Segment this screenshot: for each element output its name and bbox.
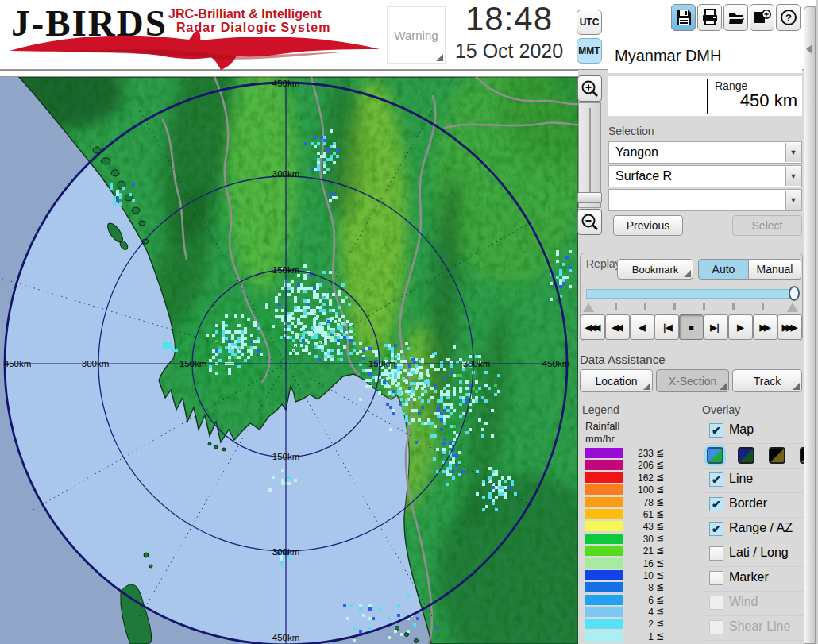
checkbox[interactable]	[709, 546, 723, 561]
overlay-label: Shear Line	[729, 619, 790, 634]
checkbox[interactable]	[709, 571, 723, 585]
overlay-rows: MapLineBorderRange / AZLati / LongMarker…	[702, 419, 804, 644]
logo-subtitle-1: JRC-Brilliant & Intelligent	[168, 7, 322, 21]
step-forward-button[interactable]: ▶❘	[704, 314, 728, 340]
play-button[interactable]: ▶	[728, 314, 753, 340]
play-backward-button[interactable]: ◀	[630, 314, 654, 340]
legend-row: 21≦	[585, 545, 673, 557]
step-back-button[interactable]: ❘◀	[654, 314, 679, 340]
checkbox[interactable]	[709, 522, 723, 536]
manual-button[interactable]: Manual	[749, 259, 801, 280]
range-ring-label: 150km	[368, 359, 396, 368]
overlay-item-range-az[interactable]: Range / AZ	[702, 518, 804, 542]
map-style-swatch-2[interactable]	[738, 447, 754, 464]
location-button[interactable]: Location	[580, 369, 653, 392]
save-button[interactable]	[671, 4, 696, 31]
checkbox[interactable]	[709, 472, 723, 487]
auto-button[interactable]: Auto	[698, 259, 749, 280]
legend-row: 61≦	[585, 508, 673, 520]
site-dropdown-value: Yangon	[615, 145, 658, 160]
legend-row: 16≦	[585, 557, 673, 569]
warning-button[interactable]: Warning	[387, 6, 446, 64]
print-button[interactable]	[697, 4, 722, 31]
forward-fast-button[interactable]: ▶▶▶	[777, 314, 802, 340]
mmt-button[interactable]: MMT	[577, 38, 602, 64]
help-icon: ?	[780, 9, 797, 26]
slider-end-marker[interactable]	[787, 303, 798, 312]
bookmark-button[interactable]: Bookmark	[617, 259, 693, 280]
legend-color-swatch	[585, 484, 623, 495]
legend-row: 10≦	[585, 569, 673, 581]
legend-lte-symbol: ≦	[656, 533, 664, 544]
checkbox	[709, 596, 723, 610]
toolbar: ?	[671, 4, 801, 31]
range-ring-label: 450km	[272, 633, 300, 642]
legend-lte-symbol: ≦	[656, 606, 664, 617]
checkbox[interactable]	[709, 497, 723, 511]
collapse-arrow-icon[interactable]	[806, 44, 812, 54]
legend-lte-symbol: ≦	[656, 569, 664, 580]
option-dropdown[interactable]: ▼	[608, 189, 802, 211]
xsection-label: X-Section	[669, 375, 717, 388]
previous-button[interactable]: Previous	[613, 215, 683, 236]
legend-color-swatch	[585, 448, 623, 458]
data-assistance-label: Data Assistance	[580, 353, 666, 366]
overlay-title: Overlay	[702, 403, 740, 416]
chevron-down-icon[interactable]: ▼	[785, 167, 801, 186]
map-style-swatch-1[interactable]	[707, 447, 723, 464]
zoom-slider-thumb[interactable]	[577, 192, 602, 203]
legend-value: 162	[625, 472, 654, 484]
overlay-label: Marker	[729, 570, 769, 584]
zoom-in-button[interactable]	[577, 75, 602, 102]
range-value: 450 km	[740, 91, 797, 111]
replay-slider-thumb[interactable]	[789, 286, 800, 301]
overlay-label: Line	[729, 472, 753, 486]
checkbox	[709, 620, 723, 634]
slider-start-marker[interactable]	[583, 303, 594, 312]
rewind-fast-button[interactable]: ◀◀◀	[581, 314, 605, 340]
stop-button[interactable]: ■	[679, 314, 704, 340]
site-dropdown[interactable]: Yangon ▼	[608, 141, 802, 164]
legend-row: 78≦	[585, 496, 673, 508]
help-button[interactable]: ?	[776, 4, 801, 31]
overlay-item-map[interactable]: Map	[702, 419, 804, 444]
radar-map[interactable]: 450km300km150km150km300km450km450km300km…	[0, 77, 578, 644]
zoom-out-button[interactable]	[577, 209, 602, 235]
legend-color-swatch	[585, 582, 623, 592]
track-button[interactable]: Track	[732, 369, 802, 392]
legend-value: 4	[625, 607, 654, 618]
chevron-down-icon[interactable]: ▼	[785, 143, 801, 162]
panel-splitter[interactable]	[804, 6, 816, 644]
save-icon	[675, 9, 693, 26]
utc-button[interactable]: UTC	[577, 10, 602, 35]
transport-controls: ◀◀◀◀◀◀❘◀■▶❘▶▶▶▶▶▶	[581, 314, 802, 340]
map-top-strip	[0, 70, 578, 77]
legend-lte-symbol: ≦	[656, 484, 664, 495]
forward-button[interactable]: ▶▶	[753, 314, 777, 340]
zoom-slider[interactable]	[578, 102, 601, 208]
legend-value: 16	[625, 558, 654, 569]
open-folder-button[interactable]	[723, 4, 748, 31]
eagle-logo-icon	[8, 32, 381, 70]
corner-menu-icon	[720, 383, 727, 390]
overlay-item-border[interactable]: Border	[702, 493, 804, 518]
selection-label: Selection	[608, 125, 654, 137]
range-box: Range 450 km	[608, 76, 802, 116]
legend-color-swatch	[585, 497, 623, 507]
station-box: Myanmar DMH	[608, 40, 802, 73]
legend-color-swatch	[585, 570, 623, 580]
chevron-down-icon[interactable]: ▼	[785, 191, 801, 210]
map-style-swatch-3[interactable]	[769, 447, 785, 464]
overlay-item-marker[interactable]: Marker	[702, 567, 804, 592]
rewind-button[interactable]: ◀◀	[605, 314, 630, 340]
add-image-button[interactable]	[750, 4, 774, 31]
overlay-item-line[interactable]: Line	[702, 469, 804, 493]
product-dropdown[interactable]: Surface R ▼	[608, 165, 802, 187]
legend-value: 206	[625, 460, 654, 471]
range-ring-label: 450km	[542, 359, 570, 368]
select-button[interactable]: Select	[732, 215, 802, 236]
checkbox[interactable]	[709, 423, 723, 438]
xsection-button[interactable]: X-Section	[656, 369, 729, 392]
overlay-item-lati-long[interactable]: Lati / Long	[702, 542, 804, 567]
replay-slider[interactable]	[586, 289, 797, 299]
